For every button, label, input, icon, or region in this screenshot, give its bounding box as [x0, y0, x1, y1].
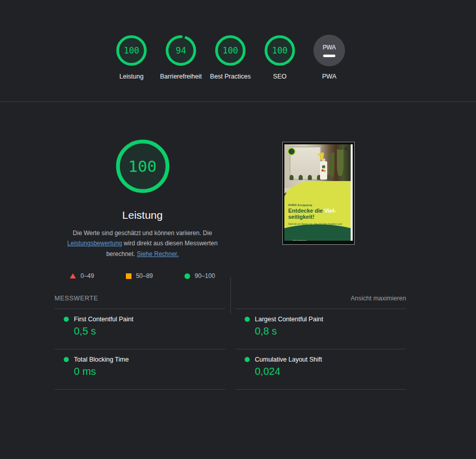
- metric-value: 0,8 s: [255, 325, 406, 337]
- surig-logo-icon: [287, 147, 296, 156]
- metric-value: 0,024: [255, 366, 406, 377]
- metric-label: Total Blocking Time: [74, 356, 129, 363]
- score-value: 94: [165, 35, 197, 66]
- score-item-barrierefreiheit[interactable]: 94 Barrierefreiheit: [156, 35, 206, 81]
- metric-cumulative-layout-shift: Cumulative Layout Shift 0,024: [235, 349, 406, 390]
- vertical-divider: [230, 277, 231, 314]
- score-item-leistung[interactable]: 100 Leistung: [107, 35, 156, 81]
- metric-label: Largest Contentful Paint: [255, 316, 323, 323]
- mini-webpage: ⌕ ☰ SURIG Essigspray Entdecke die Viel-s…: [284, 144, 353, 241]
- score-item-seo[interactable]: 100 SEO: [255, 35, 305, 81]
- score-legend: 0–49 50–89 90–100: [55, 272, 230, 279]
- mini-header-icons: ⌕ ☰: [340, 147, 347, 151]
- metric-largest-contentful-paint: Largest Contentful Paint 0,8 s: [235, 309, 406, 349]
- pwa-badge-icon[interactable]: PWA: [313, 35, 345, 66]
- score-label: Best Practices: [210, 72, 251, 81]
- mini-headline: Entdecke die Viel-seitigkeit!: [288, 208, 347, 220]
- mini-eyebrow: SURIG Essigspray: [288, 203, 347, 207]
- scores-strip: 100 Leistung 94 Barrierefreiheit: [0, 0, 476, 102]
- legend-item-pass: 90–100: [184, 272, 215, 279]
- metric-value: 0,5 s: [74, 325, 225, 337]
- seo-gauge[interactable]: 100: [264, 35, 296, 66]
- legend-item-fail: 0–49: [70, 272, 94, 279]
- metrics-grid: First Contentful Paint 0,5 s Largest Con…: [55, 309, 406, 390]
- summary-right-column: ⌕ ☰ SURIG Essigspray Entdecke die Viel-s…: [230, 138, 406, 279]
- pwa-logo-icon: PWA: [323, 44, 336, 51]
- pass-dot-icon: [64, 317, 69, 322]
- category-description: Die Werte sind geschätzt und können vari…: [61, 228, 225, 259]
- pass-dot-icon: [245, 357, 250, 362]
- score-value: 100: [215, 35, 246, 66]
- score-item-best-practices[interactable]: 100 Best Practices: [206, 35, 255, 81]
- metric-label: Cumulative Layout Shift: [255, 356, 322, 363]
- accessibility-gauge[interactable]: 94: [165, 35, 197, 66]
- score-label: Barrierefreiheit: [160, 72, 202, 81]
- mini-towels: [337, 149, 343, 176]
- pass-circle-icon: [184, 273, 190, 279]
- score-value: 100: [116, 35, 147, 66]
- performance-summary: 100 Leistung Die Werte sind geschätzt un…: [0, 102, 476, 279]
- score-label: PWA: [322, 72, 336, 81]
- metric-label: First Contentful Paint: [74, 316, 134, 323]
- legend-range: 90–100: [195, 272, 215, 279]
- mini-menu-icon: ☰: [344, 147, 347, 151]
- mini-headline-highlight: Viel-: [324, 208, 336, 214]
- legend-item-average: 50–89: [126, 272, 153, 279]
- mini-headline-text: seitigkeit!: [288, 214, 314, 220]
- mini-search-icon: ⌕: [340, 147, 342, 151]
- category-title: Leistung: [122, 209, 163, 221]
- fail-triangle-icon: [70, 273, 76, 278]
- leistungsbewertung-link[interactable]: Leistungsbewertung: [67, 240, 122, 247]
- best-practices-gauge[interactable]: 100: [215, 35, 246, 66]
- mini-spray-bottle: [318, 152, 328, 180]
- score-value: 100: [264, 35, 296, 66]
- scores-row: 100 Leistung 94 Barrierefreiheit: [55, 35, 406, 81]
- lighthouse-report: 100 Leistung 94 Barrierefreiheit: [0, 0, 476, 459]
- score-label: SEO: [273, 72, 286, 81]
- mini-cta-button: Jetzt entdecken: [288, 238, 311, 241]
- pwa-dash-icon: [323, 55, 335, 57]
- metric-total-blocking-time: Total Blocking Time 0 ms: [55, 349, 225, 390]
- metrics-section-title: MESSWERTE: [55, 295, 98, 302]
- final-screenshot-thumbnail: ⌕ ☰ SURIG Essigspray Entdecke die Viel-s…: [282, 142, 355, 245]
- metric-value: 0 ms: [74, 366, 225, 377]
- pass-dot-icon: [245, 317, 250, 322]
- performance-main-gauge: 100: [114, 138, 171, 195]
- pass-dot-icon: [64, 357, 69, 362]
- mini-body-text: Stell dir ein Spray vor, das dir beim Ko…: [288, 222, 347, 234]
- mini-lime-section: SURIG Essigspray Entdecke die Viel-seiti…: [284, 181, 351, 241]
- summary-left-column: 100 Leistung Die Werte sind geschätzt un…: [55, 138, 230, 279]
- score-value: 100: [114, 138, 171, 195]
- mini-headline-text: Entdecke die: [288, 208, 325, 214]
- performance-gauge[interactable]: 100: [116, 35, 147, 66]
- description-text: Die Werte sind geschätzt und können vari…: [73, 230, 212, 237]
- score-item-pwa[interactable]: PWA PWA: [305, 35, 354, 81]
- average-square-icon: [126, 273, 131, 279]
- siehe-rechner-link[interactable]: Siehe Rechner.: [137, 250, 178, 258]
- expand-view-toggle[interactable]: Ansicht maximieren: [351, 295, 406, 302]
- mini-scrollbar: [351, 144, 353, 241]
- score-label: Leistung: [119, 72, 143, 81]
- legend-range: 50–89: [136, 272, 153, 279]
- legend-range: 0–49: [81, 272, 94, 279]
- metric-first-contentful-paint: First Contentful Paint 0,5 s: [55, 309, 225, 349]
